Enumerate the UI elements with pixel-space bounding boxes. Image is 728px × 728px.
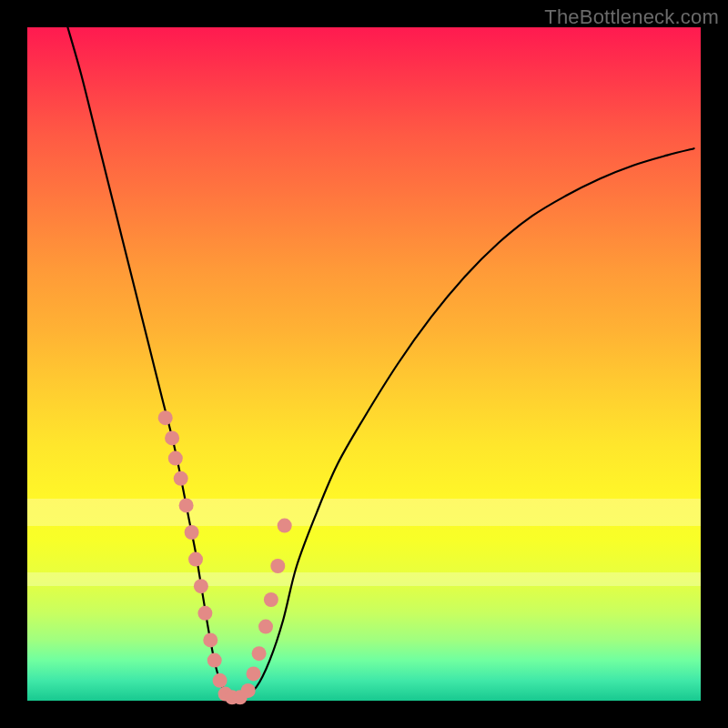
highlight-point xyxy=(247,666,261,681)
highlight-point xyxy=(179,498,194,512)
highlight-points xyxy=(158,410,292,704)
highlight-point xyxy=(194,579,208,593)
chart-plot-area xyxy=(27,27,701,701)
bottleneck-curve xyxy=(67,27,693,699)
highlight-point xyxy=(165,430,179,445)
highlight-point xyxy=(197,606,212,621)
highlight-point xyxy=(158,410,173,425)
highlight-point xyxy=(168,451,183,466)
highlight-point xyxy=(188,552,203,567)
highlight-point xyxy=(174,471,188,486)
highlight-point xyxy=(270,559,285,573)
watermark-text: TheBottleneck.com xyxy=(544,5,719,29)
highlight-point xyxy=(185,525,199,540)
highlight-point xyxy=(264,592,278,607)
highlight-point xyxy=(213,673,228,688)
highlight-point xyxy=(278,519,292,533)
highlight-point xyxy=(241,683,256,698)
chart-frame: TheBottleneck.com xyxy=(0,0,728,728)
highlight-point xyxy=(258,620,273,634)
highlight-point xyxy=(207,653,222,668)
highlight-point xyxy=(203,632,217,647)
chart-svg xyxy=(27,27,701,701)
highlight-point xyxy=(252,646,267,661)
